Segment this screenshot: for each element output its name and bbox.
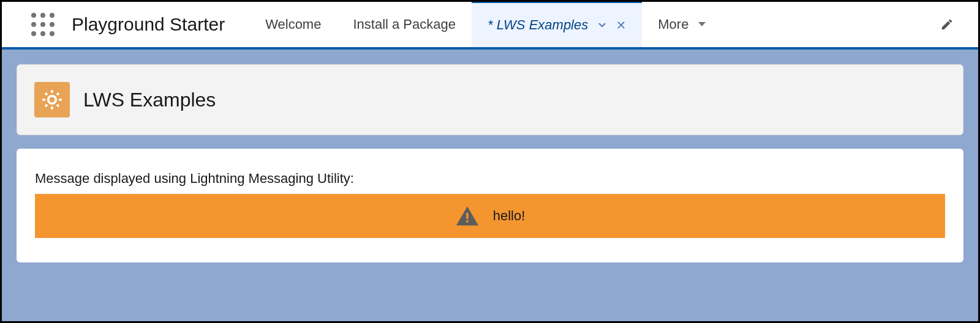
pencil-icon bbox=[940, 18, 954, 31]
close-icon[interactable] bbox=[616, 20, 626, 30]
global-nav: Playground Starter Welcome Install a Pac… bbox=[2, 2, 978, 50]
svg-line-6 bbox=[57, 105, 59, 106]
chevron-down-icon[interactable] bbox=[597, 20, 608, 31]
svg-rect-10 bbox=[466, 220, 468, 222]
tab-label: LWS Examples bbox=[488, 17, 588, 33]
message-intro: Message displayed using Lightning Messag… bbox=[35, 171, 945, 187]
alert-banner: hello! bbox=[35, 194, 945, 238]
alert-text: hello! bbox=[493, 208, 526, 224]
app-name: Playground Starter bbox=[72, 14, 249, 35]
edit-page-button[interactable] bbox=[928, 12, 966, 37]
svg-point-0 bbox=[48, 96, 56, 104]
app-launcher-icon[interactable] bbox=[8, 1, 72, 48]
svg-line-7 bbox=[45, 105, 47, 106]
tab-label: Install a Package bbox=[353, 17, 456, 32]
caret-down-icon bbox=[697, 21, 707, 28]
tab-install-package[interactable]: Install a Package bbox=[337, 2, 472, 47]
more-label: More bbox=[658, 17, 688, 32]
gear-icon bbox=[41, 89, 63, 111]
page-icon bbox=[34, 82, 70, 117]
tab-label: Welcome bbox=[265, 17, 321, 32]
svg-rect-9 bbox=[466, 213, 468, 219]
page-header: LWS Examples bbox=[17, 64, 963, 135]
warning-icon bbox=[455, 205, 480, 227]
tab-more[interactable]: More bbox=[642, 2, 723, 47]
tab-lws-examples[interactable]: LWS Examples bbox=[472, 1, 642, 47]
tab-welcome[interactable]: Welcome bbox=[249, 2, 337, 47]
svg-line-8 bbox=[57, 93, 59, 95]
nav-tabs: Welcome Install a Package LWS Examples M… bbox=[249, 2, 723, 47]
page-body: LWS Examples Message displayed using Lig… bbox=[2, 50, 978, 321]
svg-line-5 bbox=[45, 93, 47, 95]
content-card: Message displayed using Lightning Messag… bbox=[17, 149, 963, 262]
page-title: LWS Examples bbox=[83, 89, 216, 111]
